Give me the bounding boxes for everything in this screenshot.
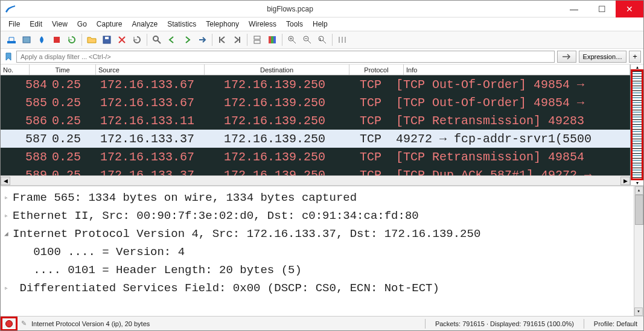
status-profile[interactable]: Profile: Default [588, 320, 643, 327]
add-filter-button[interactable]: + [629, 51, 641, 63]
menu-tools[interactable]: Tools [282, 19, 307, 30]
status-packet-count: Packets: 791615 · Displayed: 791615 (100… [429, 320, 580, 327]
packet-row[interactable]: 5880.25 172.16.133.67 172.16.139.250 TCP… [1, 148, 630, 166]
svg-text:1: 1 [319, 37, 322, 41]
packet-hscrollbar[interactable]: ◀▶ [1, 175, 630, 185]
svg-rect-4 [105, 37, 109, 39]
svg-rect-2 [54, 37, 60, 43]
app-icon [4, 3, 16, 15]
menu-help[interactable]: Help [308, 19, 332, 30]
toolbar: 1 [1, 31, 643, 49]
auto-scroll-icon[interactable] [250, 33, 264, 47]
menu-go[interactable]: Go [73, 19, 91, 30]
bookmark-filter-icon[interactable] [3, 51, 14, 62]
colorize-icon[interactable] [265, 33, 279, 47]
menu-statistics[interactable]: Statistics [163, 19, 200, 30]
window-title: bigFlows.pcap [20, 5, 560, 13]
menu-view[interactable]: View [48, 19, 72, 30]
col-protocol[interactable]: Protocol [349, 65, 404, 75]
packet-row[interactable]: 5850.25 172.16.133.67 172.16.139.250 TCP… [1, 93, 630, 112]
go-forward-icon[interactable] [180, 33, 194, 47]
col-time[interactable]: Time [30, 65, 96, 75]
detail-line[interactable]: ◢Internet Protocol Version 4, Src: 172.1… [1, 225, 643, 243]
detail-line[interactable]: 0100 .... = Version: 4 [1, 243, 643, 261]
svg-rect-1 [23, 37, 30, 43]
menu-analyze[interactable]: Analyze [128, 19, 162, 30]
expression-button[interactable]: Expression… [579, 51, 626, 63]
status-left: Internet Protocol Version 4 (ip), 20 byt… [29, 320, 421, 327]
col-info[interactable]: Info [404, 65, 630, 75]
display-filter-input[interactable] [16, 51, 555, 63]
packet-details[interactable]: ▹Frame 565: 1334 bytes on wire, 1334 byt… [1, 186, 643, 316]
maximize-button[interactable]: ☐ [588, 1, 616, 17]
details-vscrollbar[interactable]: ▴ ▾ [634, 186, 643, 316]
packet-row[interactable]: 5840.25 172.16.133.67 172.16.139.250 TCP… [1, 75, 630, 93]
title-bar: bigFlows.pcap — ☐ ✕ [1, 1, 643, 17]
edit-icon[interactable]: ✎ [19, 320, 29, 327]
menu-edit[interactable]: Edit [25, 19, 46, 30]
col-destination[interactable]: Destination [205, 65, 349, 75]
find-icon[interactable] [150, 33, 164, 47]
expert-info-icon [5, 320, 13, 327]
zoom-reset-icon[interactable]: 1 [315, 33, 330, 47]
close-button[interactable]: ✕ [616, 1, 643, 17]
detail-line[interactable]: ▹Frame 565: 1334 bytes on wire, 1334 byt… [1, 189, 643, 207]
resize-columns-icon[interactable] [335, 33, 349, 47]
interfaces-icon[interactable] [4, 33, 19, 47]
packet-row[interactable]: 5890.25 172.16.133.37 172.16.139.250 TCP… [1, 166, 630, 175]
filter-bar: Expression… + [1, 49, 643, 65]
open-file-icon[interactable] [84, 33, 99, 47]
first-packet-icon[interactable] [215, 33, 229, 47]
svg-point-5 [153, 36, 158, 41]
start-capture-icon[interactable] [34, 33, 49, 47]
packet-list[interactable]: No. Time Source Destination Protocol Inf… [1, 65, 630, 185]
svg-rect-10 [273, 36, 276, 43]
close-file-icon[interactable] [115, 33, 129, 47]
svg-rect-8 [269, 36, 271, 43]
last-packet-icon[interactable] [230, 33, 244, 47]
packet-list-header: No. Time Source Destination Protocol Inf… [1, 65, 630, 75]
restart-capture-icon[interactable] [65, 33, 79, 47]
svg-rect-6 [254, 36, 260, 39]
packet-row[interactable]: 5870.25 172.16.133.37 172.16.139.250 TCP… [1, 130, 630, 148]
stop-capture-icon[interactable] [49, 33, 64, 47]
zoom-in-icon[interactable] [285, 33, 299, 47]
col-source[interactable]: Source [96, 65, 205, 75]
status-bar: ✎ Internet Protocol Version 4 (ip), 20 b… [1, 316, 643, 330]
packet-row[interactable]: 5860.25 172.16.133.11 172.16.139.250 TCP… [1, 112, 630, 130]
menu-capture[interactable]: Capture [92, 19, 127, 30]
save-file-icon[interactable] [100, 33, 114, 47]
reload-icon[interactable] [130, 33, 144, 47]
detail-line[interactable]: ▹ Differentiated Services Field: 0x00 (D… [1, 279, 643, 297]
col-no[interactable]: No. [1, 65, 30, 75]
detail-line[interactable]: ▹Ethernet II, Src: 00:90:7f:3e:02:d0, Ds… [1, 207, 643, 225]
expert-info-button[interactable] [1, 317, 18, 331]
menu-wireless[interactable]: Wireless [244, 19, 281, 30]
filter-apply-button[interactable] [557, 51, 576, 63]
go-to-icon[interactable] [195, 33, 209, 47]
menu-file[interactable]: File [4, 19, 24, 30]
zoom-out-icon[interactable] [300, 33, 314, 47]
minimize-button[interactable]: — [560, 1, 588, 17]
svg-rect-9 [271, 36, 273, 43]
go-back-icon[interactable] [165, 33, 179, 47]
menu-bar: File Edit View Go Capture Analyze Statis… [1, 17, 643, 31]
options-icon[interactable] [19, 33, 34, 47]
svg-rect-7 [254, 40, 260, 43]
packet-minimap[interactable]: ▴ ▾ [630, 65, 643, 185]
detail-line[interactable]: .... 0101 = Header Length: 20 bytes (5) [1, 261, 643, 279]
menu-telephony[interactable]: Telephony [202, 19, 243, 30]
svg-rect-0 [7, 41, 16, 43]
